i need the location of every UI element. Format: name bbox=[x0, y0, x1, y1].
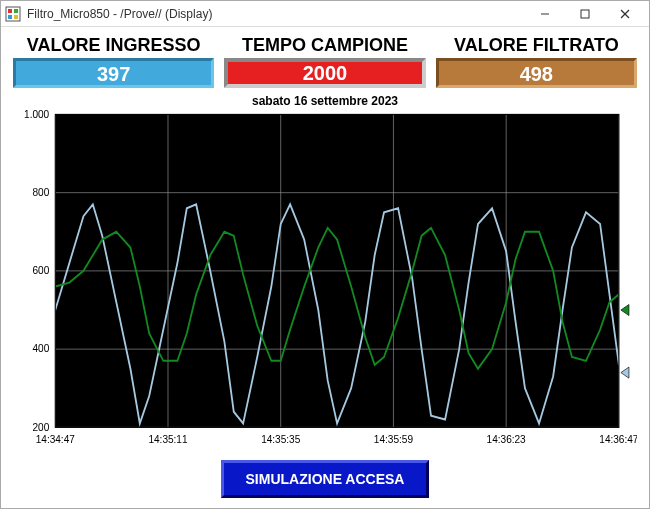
trend-chart[interactable]: 2004006008001.00014:34:4714:35:1114:35:3… bbox=[13, 110, 637, 454]
close-button[interactable] bbox=[605, 2, 645, 26]
svg-text:14:34:47: 14:34:47 bbox=[36, 432, 75, 445]
svg-rect-3 bbox=[8, 15, 12, 19]
svg-text:14:35:59: 14:35:59 bbox=[374, 432, 413, 445]
chart-date: sabato 16 settembre 2023 bbox=[13, 94, 637, 108]
value-panels-row: VALORE INGRESSO 397 TEMPO CAMPIONE 2000 … bbox=[13, 35, 637, 88]
sim-row: SIMULAZIONE ACCESA bbox=[13, 454, 637, 498]
svg-text:14:36:47: 14:36:47 bbox=[599, 432, 637, 445]
panel-tempo-value[interactable]: 2000 bbox=[224, 58, 425, 88]
content-area: VALORE INGRESSO 397 TEMPO CAMPIONE 2000 … bbox=[1, 27, 649, 508]
chart-canvas: 2004006008001.00014:34:4714:35:1114:35:3… bbox=[13, 110, 637, 454]
svg-rect-2 bbox=[14, 9, 18, 13]
panel-ingresso-label: VALORE INGRESSO bbox=[13, 35, 214, 56]
panel-filtrato-label: VALORE FILTRATO bbox=[436, 35, 637, 56]
application-window: Filtro_Micro850 - /Prove// (Display) VAL… bbox=[0, 0, 650, 509]
svg-text:400: 400 bbox=[32, 342, 49, 355]
window-title: Filtro_Micro850 - /Prove// (Display) bbox=[27, 7, 525, 21]
maximize-button[interactable] bbox=[565, 2, 605, 26]
svg-text:600: 600 bbox=[32, 264, 49, 277]
svg-text:200: 200 bbox=[32, 420, 49, 433]
titlebar[interactable]: Filtro_Micro850 - /Prove// (Display) bbox=[1, 1, 649, 27]
svg-rect-6 bbox=[581, 10, 589, 18]
window-controls bbox=[525, 2, 645, 26]
minimize-button[interactable] bbox=[525, 2, 565, 26]
panel-filtrato: VALORE FILTRATO 498 bbox=[436, 35, 637, 88]
svg-text:14:35:35: 14:35:35 bbox=[261, 432, 300, 445]
svg-text:800: 800 bbox=[32, 186, 49, 199]
svg-text:14:36:23: 14:36:23 bbox=[487, 432, 526, 445]
svg-rect-4 bbox=[14, 15, 18, 19]
panel-ingresso-value[interactable]: 397 bbox=[13, 58, 214, 88]
svg-rect-1 bbox=[8, 9, 12, 13]
panel-tempo: TEMPO CAMPIONE 2000 bbox=[224, 35, 425, 88]
panel-filtrato-value[interactable]: 498 bbox=[436, 58, 637, 88]
svg-text:1.000: 1.000 bbox=[24, 110, 49, 120]
simulation-button[interactable]: SIMULAZIONE ACCESA bbox=[221, 460, 430, 498]
panel-ingresso: VALORE INGRESSO 397 bbox=[13, 35, 214, 88]
svg-text:14:35:11: 14:35:11 bbox=[148, 432, 187, 445]
app-icon bbox=[5, 6, 21, 22]
panel-tempo-label: TEMPO CAMPIONE bbox=[224, 35, 425, 56]
